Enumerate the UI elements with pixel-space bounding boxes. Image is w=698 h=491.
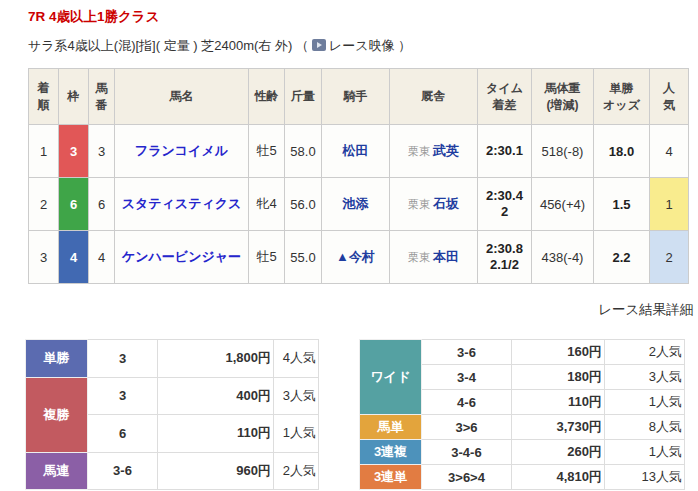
jockey-link[interactable]: 池添 [343,196,369,211]
wide-combination: 4-6 [422,390,512,415]
win-payout: 1,800円 [158,340,274,378]
wide-popularity: 1人気 [605,390,685,415]
race-conditions-text: サラ系4歳以上(混)[指]( 定量 ) 芝2400m(右 外) [28,38,292,53]
time-margin-cell: 2:30.42 [478,178,532,231]
payout-row-trifecta: 3連単 3>6>4 4,810円 13人気 [360,465,685,490]
stable-cell: 栗東武英 [390,125,478,178]
horse-name-link[interactable]: ケンハービンジャー [122,249,241,264]
frame-number: 4 [59,231,89,284]
quinella-payout: 960円 [158,452,274,490]
wide-combination: 3-4 [422,365,512,390]
stable-region: 栗東 [408,251,430,263]
payout-section: 単勝 3 1,800円 4人気 複勝 3 400円 3人気 6 110円 1人気 [25,339,688,490]
horse-name-cell: ケンハービンジャー [115,231,249,284]
play-triangle-icon [317,42,322,48]
trio-payout: 260円 [512,440,605,465]
jockey-cell: 池添 [322,178,390,231]
horse-name-cell: フランコイメル [115,125,249,178]
exacta-popularity: 8人気 [605,415,685,440]
horse-name-cell: スタティスティクス [115,178,249,231]
col-sex-age: 性齢 [249,69,285,125]
horse-number: 4 [89,231,115,284]
race-video-icon [312,39,326,51]
payout-row-wide-1: ワイド 3-6 160円 2人気 [360,340,685,365]
col-frame: 枠 [59,69,89,125]
jockey-link[interactable]: 松田 [343,143,369,158]
margin: 2 [480,204,529,220]
frame-number: 6 [59,178,89,231]
trainer-link[interactable]: 武英 [433,143,459,158]
stable-cell: 栗東本田 [390,231,478,284]
place-payout: 110円 [158,415,274,453]
race-title: 7R 4歳以上1勝クラス [28,8,688,26]
horse-number: 3 [89,125,115,178]
jockey-link[interactable]: ▲今村 [336,249,375,264]
payout-row-trio: 3連複 3-4-6 260円 1人気 [360,440,685,465]
race-video-link[interactable]: レース映像 [329,38,395,53]
trainer-link[interactable]: 石坂 [433,196,459,211]
bet-type-trio: 3連複 [360,440,422,465]
race-result-detail-label: レース結果詳細 [598,302,693,317]
col-horse-weight: 馬体重 (増減) [532,69,594,125]
win-odds: 18.0 [594,125,650,178]
horse-name-link[interactable]: スタティスティクス [122,196,242,211]
win-popularity: 4人気 [274,340,319,378]
horse-name-link[interactable]: フランコイメル [135,143,228,158]
payout-row-win: 単勝 3 1,800円 4人気 [26,340,319,378]
race-result-detail-link[interactable]: レース結果詳細▶ [598,302,698,317]
popularity: 4 [650,125,689,178]
sex-age: 牡5 [249,125,285,178]
frame-number: 3 [59,125,89,178]
results-header-row: 着 順 枠 馬 番 馬名 性齢 斤量 騎手 厩舎 タイム 着差 馬体重 (増減)… [29,69,689,125]
result-row-1: 1 3 3 フランコイメル 牡5 58.0 松田 栗東武英 2:30.1 518… [29,125,689,178]
win-combination: 3 [88,340,158,378]
stable-cell: 栗東石坂 [390,178,478,231]
place-combination: 6 [88,415,158,453]
trainer-link[interactable]: 本田 [433,249,459,264]
col-stable: 厩舎 [390,69,478,125]
bet-type-win: 単勝 [26,340,88,378]
result-row-2: 2 6 6 スタティスティクス 牝4 56.0 池添 栗東石坂 2:30.42 … [29,178,689,231]
detail-link-row: レース結果詳細▶ [28,301,698,319]
race-conditions: サラ系4歳以上(混)[指]( 定量 ) 芝2400m(右 外) （レース映像 ） [28,37,688,55]
jockey-cell: 松田 [322,125,390,178]
win-odds: 1.5 [594,178,650,231]
horse-weight: 438(-4) [532,231,594,284]
wide-payout: 180円 [512,365,605,390]
payout-row-place-1: 複勝 3 400円 3人気 [26,377,319,415]
bet-type-trifecta: 3連単 [360,465,422,490]
trifecta-payout: 4,810円 [512,465,605,490]
margin: 2.1/2 [480,257,529,273]
race-results-table: 着 順 枠 馬 番 馬名 性齢 斤量 騎手 厩舎 タイム 着差 馬体重 (増減)… [28,68,689,284]
quinella-popularity: 2人気 [274,452,319,490]
wide-popularity: 3人気 [605,365,685,390]
finish-position: 2 [29,178,59,231]
time-margin-cell: 2:30.82.1/2 [478,231,532,284]
col-win-odds: 単勝 オッズ [594,69,650,125]
popularity: 2 [650,231,689,284]
weight-carried: 58.0 [285,125,322,178]
popularity: 1 [650,178,689,231]
result-row-3: 3 4 4 ケンハービンジャー 牡5 55.0 ▲今村 栗東本田 2:30.82… [29,231,689,284]
sex-age: 牡5 [249,231,285,284]
col-finish-position: 着 順 [29,69,59,125]
stable-region: 栗東 [408,198,430,210]
weight-carried: 55.0 [285,231,322,284]
trio-popularity: 1人気 [605,440,685,465]
exacta-combination: 3>6 [422,415,512,440]
sex-age: 牝4 [249,178,285,231]
finish-time: 2:30.4 [480,188,529,204]
col-weight-carried: 斤量 [285,69,322,125]
payout-gap [319,339,359,490]
stable-region: 栗東 [408,145,430,157]
payout-table-left: 単勝 3 1,800円 4人気 複勝 3 400円 3人気 6 110円 1人気 [25,339,319,490]
trifecta-popularity: 13人気 [605,465,685,490]
trifecta-combination: 3>6>4 [422,465,512,490]
bet-type-place: 複勝 [26,377,88,452]
finish-position: 3 [29,231,59,284]
col-popularity: 人 気 [650,69,689,125]
wide-popularity: 2人気 [605,340,685,365]
bet-type-quinella: 馬連 [26,452,88,490]
col-horse-name: 馬名 [115,69,249,125]
time-margin-cell: 2:30.1 [478,125,532,178]
